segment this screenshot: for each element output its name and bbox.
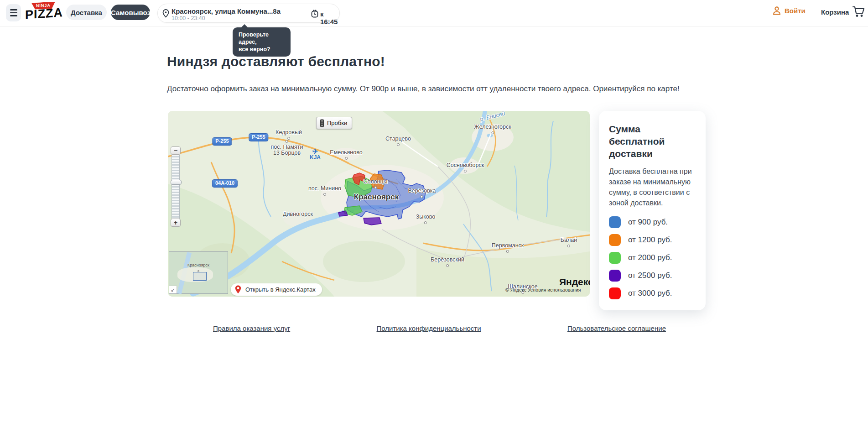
open-in-yandex-maps-button[interactable]: Открыть в Яндекс.Картах — [231, 283, 322, 296]
address-text: Красноярск, улица Коммуна...8а — [172, 7, 281, 15]
minimap-expand-icon[interactable]: ↙ — [169, 286, 177, 293]
road-shield: 04А-010 — [212, 179, 238, 188]
map-label: Солонцы — [363, 179, 387, 185]
address-picker[interactable]: Красноярск, улица Коммуна...8а 10:00 - 2… — [157, 4, 340, 23]
zone-price-label: от 3000 руб. — [628, 289, 672, 298]
footer-link[interactable]: Политика конфиденциалььности — [377, 324, 481, 332]
legend-title: Сумма бесплатной доставки — [609, 123, 696, 160]
footer-link[interactable]: Пользовательское соглашение — [567, 324, 666, 332]
cart-icon — [852, 6, 866, 18]
map-attribution: © Яндекс Условия использования — [505, 287, 581, 292]
zoom-control: − + — [171, 146, 181, 227]
hamburger-icon — [10, 9, 17, 10]
footer-link[interactable]: Правила оказания услуг — [213, 324, 290, 332]
zone-price-label: от 2000 руб. — [628, 253, 672, 262]
zone-price-label: от 1200 руб. — [628, 235, 672, 245]
map-label: Первоманск — [492, 243, 524, 249]
page-subtitle: Достаточно оформить заказ на минимальную… — [167, 84, 680, 94]
tooltip-line1: Проверьте адрес, — [239, 31, 285, 46]
yandex-pin-icon — [235, 285, 241, 294]
map-label: Дивногорск — [283, 211, 313, 217]
free-delivery-legend-card: Сумма бесплатной доставки Доставка беспл… — [599, 111, 706, 310]
map-label: пос. Минино — [308, 186, 341, 192]
road-shield: Р-255 — [212, 137, 232, 146]
minimap[interactable]: Красноярск ↙ — [169, 251, 228, 294]
zone-price-label: от 2500 руб. — [628, 271, 672, 280]
delivery-eta: к 16:45 — [320, 10, 339, 26]
legend-item: от 2500 руб. — [609, 270, 696, 282]
clock-icon — [311, 10, 318, 18]
zoom-slider-track[interactable] — [172, 155, 180, 219]
address-hours: 10:00 - 23:40 — [172, 15, 205, 21]
footer-links: Правила оказания услугПолитика конфиденц… — [213, 324, 666, 332]
map-label: Балай — [561, 237, 577, 243]
zone-color-swatch — [609, 216, 621, 228]
menu-button[interactable] — [6, 4, 21, 21]
tab-delivery[interactable]: Доставка — [66, 5, 107, 20]
header: NINJA PIZZA Доставка Самовывоз Красноярс… — [0, 0, 868, 26]
road-shield: Р-255 — [249, 133, 268, 141]
legend-item: от 2000 руб. — [609, 252, 696, 264]
map-label: KJA — [310, 148, 321, 161]
map-label: Берёзовский — [431, 257, 464, 263]
map-label: Железногорск — [474, 124, 511, 130]
legend-item: от 1200 руб. — [609, 234, 696, 246]
zone-color-swatch — [609, 252, 621, 264]
map-label: Красноярск — [354, 194, 399, 200]
zone-color-swatch — [609, 234, 621, 246]
cart-label: Корзина — [821, 8, 849, 16]
map-label: Зыково — [416, 214, 436, 220]
yandex-logo[interactable]: Яндекс — [559, 277, 590, 287]
logo-pizza-text: PIZZA — [25, 5, 62, 22]
open-in-yandex-label: Открыть в Яндекс.Картах — [245, 286, 316, 293]
traffic-label: Пробки — [327, 120, 347, 126]
map-label: Сосновоборск — [447, 162, 484, 168]
map-copyright: © Яндекс — [505, 287, 526, 292]
zone-color-swatch — [609, 287, 621, 299]
zoom-slider-handle[interactable] — [171, 180, 182, 185]
user-icon — [772, 6, 781, 16]
location-pin-icon — [162, 9, 169, 18]
map-label: Кедровый — [275, 130, 302, 136]
zone-price-label: от 900 руб. — [628, 218, 668, 227]
traffic-button[interactable]: Пробки — [316, 117, 352, 129]
login-label: Войти — [785, 7, 806, 15]
legend-items: от 900 руб.от 1200 руб.от 2000 руб.от 25… — [609, 216, 696, 299]
legend-item: от 900 руб. — [609, 216, 696, 228]
map-label: Старцево — [385, 136, 411, 142]
tab-pickup[interactable]: Самовывоз — [111, 5, 150, 20]
zone-color-swatch — [609, 270, 621, 282]
zoom-out-button[interactable]: − — [171, 146, 181, 155]
traffic-light-icon — [320, 119, 324, 127]
cart-button[interactable]: Корзина — [821, 6, 866, 18]
zoom-in-button[interactable]: + — [171, 219, 181, 227]
logo[interactable]: NINJA PIZZA — [25, 1, 62, 26]
tooltip-line2: все верно? — [239, 46, 285, 53]
terms-of-use-link[interactable]: Условия использования — [528, 287, 581, 292]
address-check-tooltip: Проверьте адрес, все верно? — [233, 27, 291, 57]
legend-description: Доставка бесплатна при заказе на минимал… — [609, 166, 696, 208]
delivery-zones-map[interactable]: КедровыйР-255Р-255пос. Памяти13 БорцовKJ… — [168, 111, 590, 297]
legend-item: от 3000 руб. — [609, 287, 696, 299]
minimap-city-label: Красноярск — [187, 263, 209, 267]
login-button[interactable]: Войти — [772, 6, 806, 16]
map-label: пос. Памяти13 Борцов — [271, 144, 303, 156]
map-label: Емельяново — [330, 150, 362, 156]
map-label: Берёзовка — [408, 188, 436, 194]
minimap-viewport — [193, 272, 207, 281]
